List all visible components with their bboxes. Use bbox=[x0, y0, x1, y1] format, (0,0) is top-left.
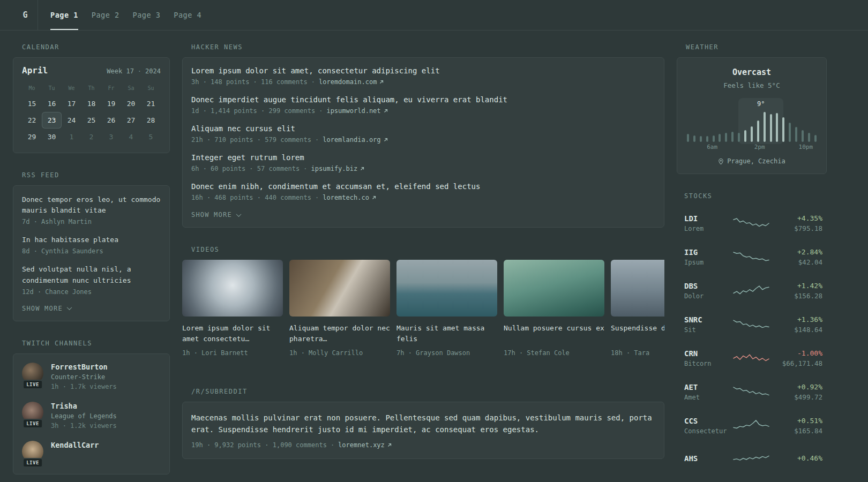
rss-item[interactable]: In hac habitasse platea 8d · Cynthia Sau… bbox=[22, 235, 161, 255]
stock-row[interactable]: CCS Consectetur +0.51% $165.84 bbox=[677, 409, 827, 442]
calendar-day[interactable]: 25 bbox=[81, 112, 101, 129]
hn-item[interactable]: Aliquam nec cursus elit 21h · 710 points… bbox=[191, 124, 655, 144]
calendar-day[interactable]: 4 bbox=[121, 129, 141, 145]
stock-row[interactable]: CRN Bitcorn -1.00% $66,171.48 bbox=[677, 341, 827, 375]
calendar-day[interactable]: 19 bbox=[101, 95, 121, 112]
video-thumbnail[interactable] bbox=[182, 260, 283, 317]
video-card[interactable]: Mauris sit amet massa felis 7h · Grayson… bbox=[396, 260, 497, 357]
hn-item[interactable]: Donec imperdiet augue tincidunt felis al… bbox=[191, 95, 655, 115]
hn-item[interactable]: Lorem ipsum dolor sit amet, consectetur … bbox=[191, 66, 655, 86]
rss-item-title[interactable]: Sed volutpat nulla nisl, a condimentum n… bbox=[22, 264, 161, 285]
calendar-day[interactable]: 18 bbox=[81, 95, 101, 112]
tab-page-3[interactable]: Page 3 bbox=[133, 0, 161, 30]
rss-item[interactable]: Sed volutpat nulla nisl, a condimentum n… bbox=[22, 264, 161, 295]
calendar-day[interactable]: 26 bbox=[101, 112, 121, 129]
chevron-down-icon bbox=[236, 212, 241, 217]
calendar-day[interactable]: 17 bbox=[62, 95, 81, 112]
twitch-channel-name[interactable]: KendallCarr bbox=[51, 441, 99, 449]
twitch-channel-name[interactable]: ForrestBurton bbox=[51, 363, 117, 371]
twitch-channel-game[interactable]: League of Legends bbox=[51, 412, 117, 420]
hn-item-title[interactable]: Donec imperdiet augue tincidunt felis al… bbox=[191, 95, 655, 104]
rss-item-title[interactable]: In hac habitasse platea bbox=[22, 235, 161, 245]
calendar-day[interactable]: 1 bbox=[62, 129, 81, 145]
video-card[interactable]: Nullam posuere cursus ex 17h · Stefan Co… bbox=[504, 260, 604, 357]
subreddit-post-domain-link[interactable]: loremnet.xyz bbox=[338, 441, 392, 449]
calendar-day[interactable]: 20 bbox=[121, 95, 141, 112]
hn-item[interactable]: Donec enim nibh, condimentum et accumsan… bbox=[191, 182, 655, 201]
video-title[interactable]: Mauris sit amet massa felis bbox=[396, 323, 497, 344]
stock-ticker[interactable]: SNRC bbox=[684, 315, 734, 324]
stock-ticker[interactable]: DBS bbox=[684, 282, 734, 290]
meta-separator: · bbox=[315, 136, 319, 144]
stock-row[interactable]: LDI Lorem +4.35% $795.18 bbox=[677, 206, 827, 240]
stock-ticker[interactable]: CCS bbox=[684, 417, 734, 425]
external-link-icon bbox=[383, 108, 388, 114]
stock-row[interactable]: SNRC Sit +1.36% $148.64 bbox=[677, 307, 827, 341]
video-thumbnail[interactable] bbox=[611, 260, 664, 317]
stock-row[interactable]: AHS +0.46% bbox=[677, 442, 827, 476]
video-title[interactable]: Aliquam tempor dolor nec pharetra… bbox=[289, 323, 390, 344]
twitch-channel-name[interactable]: Trisha bbox=[51, 402, 117, 410]
twitch-channel-row[interactable]: LIVE ForrestBurton Counter-Strike 1h · 1… bbox=[22, 363, 161, 390]
weather-bar bbox=[782, 117, 784, 142]
video-thumbnail[interactable] bbox=[504, 260, 604, 317]
hn-item-title[interactable]: Lorem ipsum dolor sit amet, consectetur … bbox=[191, 66, 655, 75]
stock-price: $165.84 bbox=[769, 427, 822, 435]
stock-ticker[interactable]: AET bbox=[684, 383, 734, 391]
video-thumbnail[interactable] bbox=[289, 260, 390, 317]
video-card[interactable]: Suspendisse diam 18h · Tara bbox=[611, 260, 664, 357]
hn-item-title[interactable]: Aliquam nec cursus elit bbox=[191, 124, 655, 133]
hn-item[interactable]: Integer eget rutrum lorem 6h · 60 points… bbox=[191, 153, 655, 172]
twitch-channel-row[interactable]: LIVE KendallCarr bbox=[22, 441, 161, 465]
weather-bar bbox=[700, 136, 702, 142]
subreddit-post-text[interactable]: Maecenas mollis pulvinar erat non posuer… bbox=[191, 412, 655, 436]
calendar-day[interactable]: 23 bbox=[42, 112, 62, 129]
video-thumbnail[interactable] bbox=[396, 260, 497, 317]
calendar-day[interactable]: 5 bbox=[141, 129, 161, 145]
video-card[interactable]: Aliquam tempor dolor nec pharetra… 1h · … bbox=[289, 260, 390, 357]
video-card[interactable]: Lorem ipsum dolor sit amet consectetu… 1… bbox=[182, 260, 283, 357]
calendar-day[interactable]: 29 bbox=[22, 129, 42, 145]
video-title[interactable]: Lorem ipsum dolor sit amet consectetu… bbox=[182, 323, 283, 344]
stock-row[interactable]: IIG Ipsum +2.84% $42.04 bbox=[677, 240, 827, 274]
calendar-day-headers: MoTuWeThFrSaSu bbox=[22, 85, 161, 91]
calendar-day[interactable]: 30 bbox=[42, 129, 62, 145]
calendar-day[interactable]: 16 bbox=[42, 95, 62, 112]
hn-item-title[interactable]: Integer eget rutrum lorem bbox=[191, 153, 655, 162]
video-title[interactable]: Suspendisse diam bbox=[611, 323, 664, 344]
stock-ticker[interactable]: IIG bbox=[684, 248, 734, 257]
rss-show-more-button[interactable]: SHOW MORE bbox=[22, 305, 161, 312]
hn-show-more-button[interactable]: SHOW MORE bbox=[191, 211, 655, 219]
rss-item[interactable]: Donec tempor eros leo, ut commodo mauris… bbox=[22, 194, 161, 225]
hn-item-domain-link[interactable]: loremlandia.org bbox=[323, 136, 388, 144]
hn-item-title[interactable]: Donec enim nibh, condimentum et accumsan… bbox=[191, 182, 655, 191]
calendar-day[interactable]: 22 bbox=[22, 112, 42, 129]
calendar-day[interactable]: 2 bbox=[81, 129, 101, 145]
stock-ticker[interactable]: CRN bbox=[684, 349, 734, 358]
tab-page-2[interactable]: Page 2 bbox=[92, 0, 119, 30]
tab-page-4[interactable]: Page 4 bbox=[174, 0, 201, 30]
calendar-day[interactable]: 15 bbox=[22, 95, 42, 112]
stock-row[interactable]: DBS Dolor +1.42% $156.28 bbox=[677, 274, 827, 307]
stock-row[interactable]: AET Amet +0.92% $499.72 bbox=[677, 375, 827, 409]
stock-ticker[interactable]: AHS bbox=[684, 454, 734, 463]
day-of-week-label: Th bbox=[81, 85, 101, 91]
calendar-grid: 1516171819202122232425262728293012345 bbox=[22, 95, 161, 145]
twitch-channel-game[interactable]: Counter-Strike bbox=[51, 373, 117, 381]
twitch-channel-row[interactable]: LIVE Trisha League of Legends 3h · 1.2k … bbox=[22, 402, 161, 430]
calendar-day[interactable]: 27 bbox=[121, 112, 141, 129]
calendar-day[interactable]: 3 bbox=[101, 129, 121, 145]
calendar-day[interactable]: 28 bbox=[141, 112, 161, 129]
hn-item-domain-link[interactable]: ipsumworld.net bbox=[326, 107, 388, 115]
calendar-day[interactable]: 24 bbox=[62, 112, 81, 129]
app-logo[interactable]: G bbox=[13, 0, 38, 30]
rss-item-title[interactable]: Donec tempor eros leo, ut commodo mauris… bbox=[22, 194, 161, 216]
tab-page-1[interactable]: Page 1 bbox=[50, 0, 78, 30]
video-title[interactable]: Nullam posuere cursus ex bbox=[504, 323, 604, 344]
calendar-day[interactable]: 21 bbox=[141, 95, 161, 112]
hn-item-domain-link[interactable]: loremdomain.com bbox=[319, 78, 384, 86]
rss-section-title: RSS FEED bbox=[13, 171, 170, 179]
hn-item-domain-link[interactable]: ipsumify.biz bbox=[311, 165, 365, 172]
hn-item-domain-link[interactable]: loremtech.co bbox=[323, 194, 377, 201]
stock-ticker[interactable]: LDI bbox=[684, 214, 734, 223]
